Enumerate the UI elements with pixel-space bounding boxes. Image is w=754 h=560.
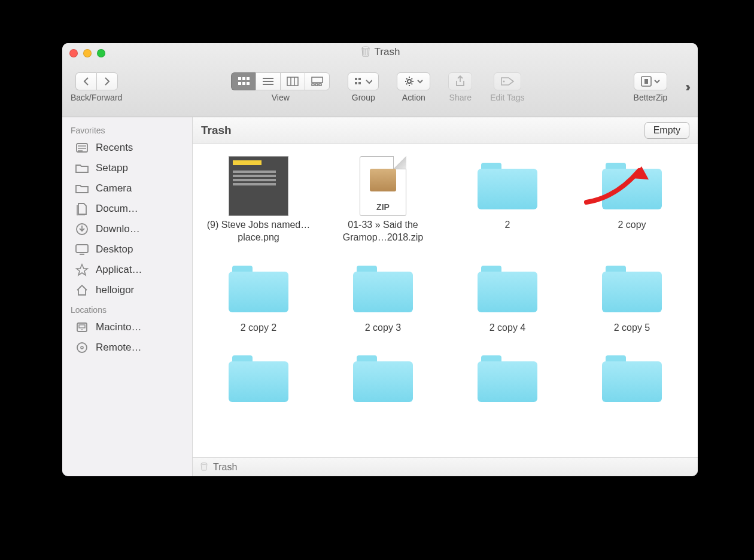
folder-icon (74, 181, 90, 196)
folder-item[interactable]: 2 copy 2 (197, 254, 320, 338)
folder-item[interactable] (446, 343, 568, 415)
file-name-label: 2 copy 2 (241, 322, 276, 334)
downloads-icon (74, 221, 90, 237)
sidebar-item-label: Remote… (96, 342, 142, 354)
image-thumbnail-icon (227, 154, 290, 218)
edit-tags-button[interactable] (494, 72, 521, 90)
recents-icon (74, 140, 90, 156)
share-label: Share (449, 93, 472, 102)
sidebar-item-recents[interactable]: Recents (62, 138, 192, 158)
group-label: Group (352, 93, 375, 102)
svg-rect-14 (355, 82, 357, 84)
sidebar-item-label: Camera (96, 182, 132, 194)
trash-icon (360, 45, 371, 60)
sidebar-item-desktop[interactable]: Desktop (62, 239, 192, 260)
desktop-icon (74, 242, 90, 257)
view-label: View (272, 93, 290, 102)
folder-item[interactable]: 2 (446, 151, 568, 248)
sidebar-item-documents[interactable]: Docum… (62, 199, 192, 219)
gallery-view-button[interactable] (305, 72, 330, 90)
svg-rect-2 (242, 77, 245, 80)
folder-icon (600, 257, 664, 321)
path-segment-label: Trash (213, 462, 237, 473)
svg-rect-3 (247, 77, 250, 80)
sidebar-item-label: Applicat… (96, 264, 142, 276)
sidebar-item-label: Recents (96, 142, 133, 154)
folder-item[interactable]: 2 copy 5 (571, 254, 693, 338)
titlebar: Trash Back/Forward (62, 43, 698, 117)
folder-icon (476, 154, 539, 218)
close-window-button[interactable] (69, 49, 78, 57)
folder-icon (600, 347, 664, 410)
toolbar-overflow-button[interactable]: ›› (685, 80, 689, 95)
finder-window: Trash Back/Forward (62, 43, 698, 476)
file-name-label: 2 copy 3 (365, 322, 401, 334)
svg-rect-15 (358, 82, 361, 84)
empty-trash-button[interactable]: Empty (644, 122, 689, 139)
svg-rect-9 (312, 84, 314, 86)
zoom-window-button[interactable] (97, 49, 105, 57)
folder-icon (74, 160, 90, 176)
back-forward-label: Back/Forward (71, 93, 122, 102)
sidebar-locations-header: Locations (62, 300, 192, 317)
file-name-label: 2 copy 4 (490, 322, 525, 334)
sidebar-item-camera[interactable]: Camera (62, 178, 192, 199)
group-button[interactable] (348, 72, 379, 90)
folder-item[interactable]: 2 copy (571, 151, 693, 248)
svg-point-17 (503, 80, 504, 82)
svg-point-0 (362, 47, 369, 49)
svg-rect-8 (312, 77, 323, 83)
path-bar[interactable]: Trash (193, 457, 698, 476)
minimize-window-button[interactable] (83, 49, 92, 57)
disk-icon (74, 319, 90, 335)
folder-item[interactable] (197, 343, 320, 415)
folder-icon (476, 347, 539, 410)
icon-grid[interactable]: (9) Steve Jobs named…place.png ZIP 01-33… (193, 144, 698, 457)
svg-rect-12 (355, 78, 357, 80)
betterzip-label: BetterZip (634, 93, 668, 102)
svg-point-26 (77, 343, 87, 352)
folder-icon (227, 257, 290, 321)
sidebar-item-label: Macinto… (96, 321, 142, 333)
edit-tags-label: Edit Tags (490, 93, 524, 102)
sidebar-item-downloads[interactable]: Downlo… (62, 219, 192, 239)
sidebar-item-applications[interactable]: Applicat… (62, 260, 192, 280)
folder-icon (476, 257, 539, 321)
zip-file-icon: ZIP (351, 154, 415, 218)
share-button[interactable] (448, 72, 472, 90)
folder-item[interactable] (571, 343, 693, 415)
folder-item[interactable] (322, 343, 444, 415)
file-name-label: (9) Steve Jobs named…place.png (202, 219, 315, 244)
sidebar-item-label: Downlo… (96, 223, 140, 235)
sidebar-item-label: helloigor (96, 284, 134, 296)
file-item[interactable]: (9) Steve Jobs named…place.png (197, 151, 320, 248)
traffic-lights (69, 49, 105, 57)
sidebar-item-label: Setapp (96, 162, 128, 174)
home-icon (74, 282, 90, 298)
folder-icon (351, 347, 415, 410)
sidebar-item-remote-disc[interactable]: Remote… (62, 337, 192, 358)
file-name-label: 01-33 » Said the Gramop…2018.zip (326, 219, 440, 244)
sidebar-item-macintosh-hd[interactable]: Macinto… (62, 317, 192, 337)
forward-button[interactable] (96, 72, 118, 90)
list-view-button[interactable] (256, 72, 280, 90)
folder-item[interactable]: 2 copy 3 (322, 254, 444, 338)
back-button[interactable] (75, 72, 96, 90)
betterzip-button[interactable] (634, 72, 667, 90)
folder-item[interactable]: 2 copy 4 (446, 254, 568, 338)
sidebar-item-home[interactable]: helloigor (62, 280, 192, 300)
file-item[interactable]: ZIP 01-33 » Said the Gramop…2018.zip (322, 151, 444, 248)
sidebar: Favorites Recents Setapp Camera (62, 117, 193, 476)
icon-view-button[interactable] (231, 72, 256, 90)
column-view-button[interactable] (280, 72, 305, 90)
sidebar-item-label: Docum… (96, 203, 138, 215)
sidebar-item-setapp[interactable]: Setapp (62, 158, 192, 178)
toolbar: Back/Forward (62, 57, 698, 117)
remote-disc-icon (74, 340, 90, 355)
action-button[interactable] (397, 72, 430, 90)
svg-rect-4 (238, 82, 241, 85)
action-label: Action (402, 93, 425, 102)
content-area: Trash Empty (9) Steve Jobs named…place.p… (193, 117, 698, 476)
content-header: Trash Empty (193, 117, 698, 144)
sidebar-favorites-header: Favorites (62, 121, 192, 138)
